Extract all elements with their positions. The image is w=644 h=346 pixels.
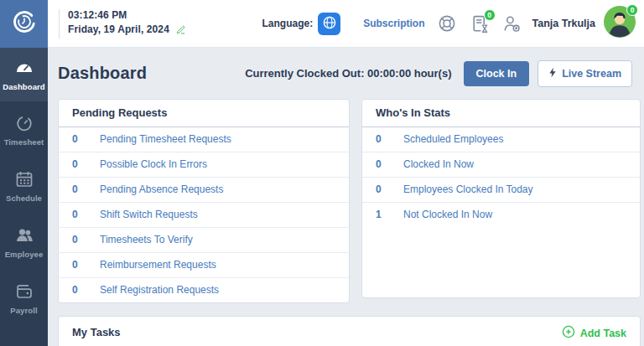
request-link[interactable]: Timesheets To Verify	[100, 234, 193, 246]
lightning-bolt-icon	[548, 67, 557, 80]
stat-count: 1	[376, 209, 387, 221]
pending-request-row[interactable]: 0 Reimbursement Requests	[59, 253, 349, 278]
language-label: Language:	[262, 18, 313, 29]
pending-requests-card: Pending Requests 0 Pending Timesheet Req…	[58, 99, 350, 303]
request-link[interactable]: Pending Timesheet Requests	[100, 133, 231, 146]
avatar-badge: 0	[626, 4, 638, 16]
current-date: Friday, 19 April, 2024	[68, 23, 169, 36]
pending-request-row[interactable]: 0 Possible Clock In Errors	[59, 152, 349, 178]
wallet-icon	[14, 281, 34, 302]
sidebar-item-label: Employee	[5, 250, 44, 259]
request-count: 0	[72, 284, 84, 297]
request-link[interactable]: Shift Switch Requests	[100, 209, 198, 221]
request-count: 0	[72, 158, 84, 171]
add-task-label: Add Task	[580, 327, 626, 341]
request-link[interactable]: Possible Clock In Errors	[100, 158, 207, 171]
edit-time-icon[interactable]	[175, 23, 186, 39]
clock-logo-icon	[10, 8, 39, 39]
request-count: 0	[72, 183, 84, 196]
whos-in-stats-title: Who's In Stats	[362, 100, 640, 127]
live-stream-button[interactable]: Live Stream	[538, 60, 632, 87]
current-time: 03:12:46 PM	[68, 9, 186, 22]
timesheet-requests-icon[interactable]: 0	[470, 13, 491, 34]
sidebar-item-label: Timesheet	[4, 137, 44, 147]
request-link[interactable]: Pending Absence Requests	[100, 183, 223, 196]
pending-request-row[interactable]: 0 Self Registration Requests	[59, 278, 349, 302]
my-tasks-card: My Tasks Add Task	[58, 316, 641, 346]
stats-row[interactable]: 0 Clocked In Now	[362, 152, 640, 178]
plus-circle-icon	[562, 325, 575, 343]
sidebar: Dashboard Timesheet Schedule	[0, 48, 48, 346]
stats-row[interactable]: 0 Scheduled Employees	[362, 127, 640, 152]
page-title: Dashboard	[58, 64, 147, 83]
stat-link[interactable]: Clocked In Now	[403, 158, 474, 171]
pending-request-row[interactable]: 0 Pending Absence Requests	[59, 178, 349, 203]
main-content: Dashboard Currently Clocked Out: 00:00:0…	[48, 48, 644, 346]
help-lifering-icon[interactable]	[437, 13, 457, 34]
request-link[interactable]: Reimbursement Requests	[100, 259, 216, 271]
live-stream-label: Live Stream	[562, 68, 621, 80]
user-name[interactable]: Tanja Trkulja	[532, 18, 596, 29]
stat-link[interactable]: Not Clocked In Now	[403, 209, 492, 221]
sidebar-item-label: Dashboard	[3, 82, 45, 91]
timer-icon	[14, 113, 34, 133]
pending-request-row[interactable]: 0 Shift Switch Requests	[59, 203, 349, 228]
user-avatar[interactable]: 0	[604, 6, 636, 41]
clock-in-button[interactable]: Clock In	[464, 61, 530, 86]
language-button[interactable]	[318, 13, 340, 35]
stat-count: 0	[376, 158, 387, 171]
sidebar-item-dashboard[interactable]: Dashboard	[0, 48, 48, 101]
top-bar: 03:12:46 PM Friday, 19 April, 2024 Langu…	[0, 0, 644, 48]
gauge-icon	[14, 58, 34, 78]
sidebar-item-employee[interactable]: Employee	[0, 214, 48, 270]
stats-row[interactable]: 1 Not Clocked In Now	[362, 203, 640, 227]
my-tasks-title: My Tasks	[72, 325, 121, 339]
stat-count: 0	[376, 183, 387, 196]
current-time-block: 03:12:46 PM Friday, 19 April, 2024	[59, 9, 186, 39]
stat-link[interactable]: Scheduled Employees	[403, 133, 503, 146]
add-task-button[interactable]: Add Task	[562, 325, 626, 343]
calendar-icon	[14, 169, 34, 189]
pending-request-row[interactable]: 0 Pending Timesheet Requests	[59, 127, 349, 152]
request-count: 0	[72, 133, 84, 146]
page-header: Dashboard Currently Clocked Out: 00:00:0…	[48, 48, 644, 99]
clock-status-text: Currently Clocked Out: 00:00:00 hour(s)	[245, 67, 451, 80]
stat-link[interactable]: Employees Clocked In Today	[403, 183, 533, 196]
whos-in-stats-card: Who's In Stats 0 Scheduled Employees 0 C…	[361, 99, 641, 298]
app-logo[interactable]	[0, 0, 48, 48]
pending-request-row[interactable]: 0 Timesheets To Verify	[59, 228, 349, 253]
sidebar-item-timesheet[interactable]: Timesheet	[0, 101, 48, 158]
request-link[interactable]: Self Registration Requests	[100, 284, 219, 297]
stats-row[interactable]: 0 Employees Clocked In Today	[362, 178, 640, 203]
stat-count: 0	[376, 133, 387, 146]
subscription-link[interactable]: Subscription	[363, 18, 424, 29]
request-count: 0	[72, 209, 84, 221]
globe-icon	[322, 15, 337, 33]
request-count: 0	[72, 259, 84, 271]
sidebar-item-schedule[interactable]: Schedule	[0, 158, 48, 214]
sidebar-item-payroll[interactable]: Payroll	[0, 270, 48, 326]
pending-requests-title: Pending Requests	[59, 100, 349, 127]
people-icon	[14, 225, 34, 245]
sidebar-item-label: Schedule	[6, 194, 42, 203]
sidebar-item-label: Payroll	[10, 306, 37, 315]
add-employee-icon[interactable]	[501, 13, 522, 34]
request-count: 0	[72, 234, 84, 246]
requests-badge: 0	[484, 9, 496, 21]
